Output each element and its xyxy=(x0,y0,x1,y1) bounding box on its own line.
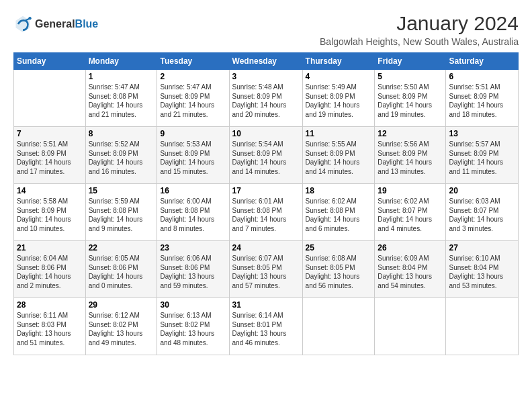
calendar-cell xyxy=(14,70,86,127)
calendar-cell: 6Sunrise: 5:51 AM Sunset: 8:09 PM Daylig… xyxy=(446,70,519,127)
day-info: Sunrise: 5:56 AM Sunset: 8:09 PM Dayligh… xyxy=(378,140,443,176)
calendar-cell: 27Sunrise: 6:10 AM Sunset: 8:04 PM Dayli… xyxy=(446,241,519,298)
calendar-cell: 21Sunrise: 6:04 AM Sunset: 8:06 PM Dayli… xyxy=(14,241,86,298)
logo-text: GeneralBlue xyxy=(35,18,98,30)
day-number: 9 xyxy=(160,129,226,138)
col-header-saturday: Saturday xyxy=(446,53,519,70)
logo-icon xyxy=(13,15,32,34)
day-number: 15 xyxy=(89,186,154,195)
calendar-cell: 17Sunrise: 6:01 AM Sunset: 8:08 PM Dayli… xyxy=(229,184,302,241)
day-number: 11 xyxy=(306,129,372,138)
day-number: 27 xyxy=(449,243,515,253)
calendar-cell: 2Sunrise: 5:47 AM Sunset: 8:09 PM Daylig… xyxy=(157,70,229,127)
day-info: Sunrise: 6:03 AM Sunset: 8:07 PM Dayligh… xyxy=(449,197,515,233)
day-info: Sunrise: 5:53 AM Sunset: 8:09 PM Dayligh… xyxy=(160,140,226,176)
day-number: 7 xyxy=(17,129,83,138)
day-info: Sunrise: 6:04 AM Sunset: 8:06 PM Dayligh… xyxy=(17,254,83,290)
day-info: Sunrise: 6:08 AM Sunset: 8:05 PM Dayligh… xyxy=(306,254,372,290)
calendar-cell: 22Sunrise: 6:05 AM Sunset: 8:06 PM Dayli… xyxy=(85,241,157,298)
calendar-cell xyxy=(302,298,375,355)
day-info: Sunrise: 6:02 AM Sunset: 8:07 PM Dayligh… xyxy=(378,197,443,233)
calendar-cell: 3Sunrise: 5:48 AM Sunset: 8:09 PM Daylig… xyxy=(229,70,302,127)
day-number: 13 xyxy=(449,129,515,138)
calendar-cell xyxy=(375,298,446,355)
col-header-wednesday: Wednesday xyxy=(229,53,302,70)
day-info: Sunrise: 5:48 AM Sunset: 8:09 PM Dayligh… xyxy=(232,83,300,119)
day-number: 23 xyxy=(160,243,226,253)
day-number: 29 xyxy=(89,300,154,310)
day-info: Sunrise: 5:55 AM Sunset: 8:09 PM Dayligh… xyxy=(306,140,372,176)
day-info: Sunrise: 6:11 AM Sunset: 8:03 PM Dayligh… xyxy=(17,311,83,347)
day-number: 26 xyxy=(378,243,443,253)
day-number: 5 xyxy=(378,72,443,81)
day-info: Sunrise: 5:51 AM Sunset: 8:09 PM Dayligh… xyxy=(449,83,515,119)
calendar-cell: 20Sunrise: 6:03 AM Sunset: 8:07 PM Dayli… xyxy=(446,184,519,241)
calendar-cell: 7Sunrise: 5:51 AM Sunset: 8:09 PM Daylig… xyxy=(14,127,86,184)
day-number: 24 xyxy=(232,243,300,253)
day-info: Sunrise: 5:54 AM Sunset: 8:09 PM Dayligh… xyxy=(232,140,300,176)
calendar-cell: 30Sunrise: 6:13 AM Sunset: 8:02 PM Dayli… xyxy=(157,298,229,355)
day-info: Sunrise: 6:05 AM Sunset: 8:06 PM Dayligh… xyxy=(89,254,154,290)
calendar-cell: 11Sunrise: 5:55 AM Sunset: 8:09 PM Dayli… xyxy=(302,127,375,184)
day-number: 20 xyxy=(449,186,515,195)
day-number: 8 xyxy=(89,129,154,138)
calendar-table: SundayMondayTuesdayWednesdayThursdayFrid… xyxy=(13,52,519,355)
day-info: Sunrise: 6:10 AM Sunset: 8:04 PM Dayligh… xyxy=(449,254,515,290)
calendar-cell: 9Sunrise: 5:53 AM Sunset: 8:09 PM Daylig… xyxy=(157,127,229,184)
calendar-cell: 29Sunrise: 6:12 AM Sunset: 8:02 PM Dayli… xyxy=(85,298,157,355)
day-info: Sunrise: 5:47 AM Sunset: 8:08 PM Dayligh… xyxy=(89,83,154,119)
day-number: 12 xyxy=(378,129,443,138)
calendar-cell: 8Sunrise: 5:52 AM Sunset: 8:09 PM Daylig… xyxy=(85,127,157,184)
day-number: 21 xyxy=(17,243,83,253)
day-number: 4 xyxy=(306,72,372,81)
day-number: 18 xyxy=(306,186,372,195)
col-header-thursday: Thursday xyxy=(302,53,375,70)
day-number: 31 xyxy=(232,300,300,310)
day-number: 19 xyxy=(378,186,443,195)
calendar-cell: 31Sunrise: 6:14 AM Sunset: 8:01 PM Dayli… xyxy=(229,298,302,355)
calendar-cell: 1Sunrise: 5:47 AM Sunset: 8:08 PM Daylig… xyxy=(85,70,157,127)
col-header-monday: Monday xyxy=(85,53,157,70)
day-number: 17 xyxy=(232,186,300,195)
day-number: 30 xyxy=(160,300,226,310)
day-info: Sunrise: 6:12 AM Sunset: 8:02 PM Dayligh… xyxy=(89,311,154,347)
calendar-cell: 4Sunrise: 5:49 AM Sunset: 8:09 PM Daylig… xyxy=(302,70,375,127)
day-info: Sunrise: 6:09 AM Sunset: 8:04 PM Dayligh… xyxy=(378,254,443,290)
subtitle: Balgowlah Heights, New South Wales, Aust… xyxy=(320,36,519,47)
day-info: Sunrise: 5:52 AM Sunset: 8:09 PM Dayligh… xyxy=(89,140,154,176)
calendar-week-3: 14Sunrise: 5:58 AM Sunset: 8:09 PM Dayli… xyxy=(14,184,519,241)
calendar-cell: 15Sunrise: 5:59 AM Sunset: 8:08 PM Dayli… xyxy=(85,184,157,241)
day-info: Sunrise: 5:58 AM Sunset: 8:09 PM Dayligh… xyxy=(17,197,83,233)
day-info: Sunrise: 5:50 AM Sunset: 8:09 PM Dayligh… xyxy=(378,83,443,119)
day-info: Sunrise: 5:49 AM Sunset: 8:09 PM Dayligh… xyxy=(306,83,372,119)
col-header-tuesday: Tuesday xyxy=(157,53,229,70)
page-container: GeneralBlue January 2024 Balgowlah Heigh… xyxy=(0,0,532,362)
calendar-cell: 16Sunrise: 6:00 AM Sunset: 8:08 PM Dayli… xyxy=(157,184,229,241)
day-number: 1 xyxy=(89,72,154,81)
calendar-cell: 25Sunrise: 6:08 AM Sunset: 8:05 PM Dayli… xyxy=(302,241,375,298)
day-number: 3 xyxy=(232,72,300,81)
calendar-cell: 14Sunrise: 5:58 AM Sunset: 8:09 PM Dayli… xyxy=(14,184,86,241)
calendar-cell: 18Sunrise: 6:02 AM Sunset: 8:08 PM Dayli… xyxy=(302,184,375,241)
calendar-cell: 12Sunrise: 5:56 AM Sunset: 8:09 PM Dayli… xyxy=(375,127,446,184)
day-number: 25 xyxy=(306,243,372,253)
day-number: 16 xyxy=(160,186,226,195)
calendar-week-5: 28Sunrise: 6:11 AM Sunset: 8:03 PM Dayli… xyxy=(14,298,519,355)
day-number: 2 xyxy=(160,72,226,81)
day-number: 22 xyxy=(89,243,154,253)
day-info: Sunrise: 6:13 AM Sunset: 8:02 PM Dayligh… xyxy=(160,311,226,347)
calendar-header-row: SundayMondayTuesdayWednesdayThursdayFrid… xyxy=(14,53,519,70)
calendar-cell: 28Sunrise: 6:11 AM Sunset: 8:03 PM Dayli… xyxy=(14,298,86,355)
day-number: 28 xyxy=(17,300,83,310)
day-info: Sunrise: 5:47 AM Sunset: 8:09 PM Dayligh… xyxy=(160,83,226,119)
day-info: Sunrise: 5:59 AM Sunset: 8:08 PM Dayligh… xyxy=(89,197,154,233)
day-number: 10 xyxy=(232,129,300,138)
col-header-friday: Friday xyxy=(375,53,446,70)
day-info: Sunrise: 5:51 AM Sunset: 8:09 PM Dayligh… xyxy=(17,140,83,176)
calendar-cell: 13Sunrise: 5:57 AM Sunset: 8:09 PM Dayli… xyxy=(446,127,519,184)
calendar-week-2: 7Sunrise: 5:51 AM Sunset: 8:09 PM Daylig… xyxy=(14,127,519,184)
title-block: January 2024 Balgowlah Heights, New Sout… xyxy=(320,12,519,47)
calendar-cell: 23Sunrise: 6:06 AM Sunset: 8:06 PM Dayli… xyxy=(157,241,229,298)
day-info: Sunrise: 6:01 AM Sunset: 8:08 PM Dayligh… xyxy=(232,197,300,233)
logo: GeneralBlue xyxy=(13,15,98,34)
